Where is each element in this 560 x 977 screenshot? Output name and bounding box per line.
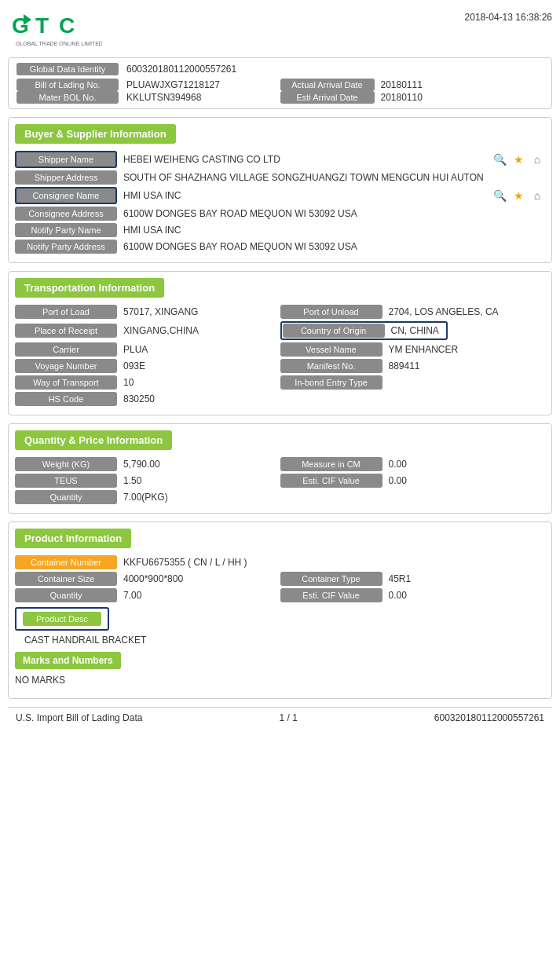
container-size-half: Container Size 4000*900*800	[15, 572, 280, 586]
shipper-address-value: SOUTH OF SHAZHANG VILLAGE SONGZHUANGZI T…	[123, 172, 545, 183]
shipper-name-label: Shipper Name	[15, 151, 117, 168]
hs-code-label: HS Code	[15, 392, 117, 406]
country-of-origin-label: Country of Origin	[283, 324, 385, 338]
shipper-name-row: Shipper Name HEBEI WEIHENG CASTING CO LT…	[15, 151, 545, 168]
prod-quantity-value: 7.00	[123, 590, 280, 601]
mater-bol-value: KKLUTSN394968	[126, 92, 201, 103]
notify-party-name-row: Notify Party Name HMI USA INC	[15, 223, 545, 237]
vessel-name-value: YM ENHANCER	[389, 344, 546, 355]
global-data-value: 600320180112000557261	[126, 64, 236, 75]
port-row: Port of Load 57017, XINGANG Port of Unlo…	[15, 305, 545, 319]
esti-cif-value: 0.00	[389, 475, 546, 486]
header: G T C GLOBAL TRADE ONLINE LIMITED 2018-0…	[8, 8, 552, 51]
inbond-entry-label: In-bond Entry Type	[280, 375, 382, 390]
teus-cif-row: TEUS 1.50 Esti. CIF Value 0.00	[15, 474, 545, 488]
mater-bol-half: Mater BOL No. KKLUTSN394968	[16, 91, 280, 104]
port-of-unload-label: Port of Unload	[280, 305, 382, 319]
buyer-supplier-section: Buyer & Supplier Information Shipper Nam…	[8, 117, 552, 263]
marks-header-row: Marks and Numbers	[9, 649, 551, 672]
manifest-no-half: Manifest No. 889411	[280, 359, 546, 373]
marks-label: Marks and Numbers	[15, 652, 121, 669]
shipper-home-icon[interactable]: ⌂	[529, 152, 545, 167]
product-information-header: Product Information	[15, 529, 131, 548]
shipper-name-icons: 🔍 ★ ⌂	[492, 152, 545, 167]
consignee-home-icon[interactable]: ⌂	[529, 188, 545, 203]
place-of-receipt-half: Place of Receipt XINGANG,CHINA	[15, 321, 280, 340]
notify-party-address-row: Notify Party Address 6100W DONGES BAY RO…	[15, 240, 545, 254]
weight-half: Weight (KG) 5,790.00	[15, 457, 280, 471]
prod-esti-cif-value: 0.00	[389, 590, 546, 601]
voyage-number-value: 093E	[123, 360, 280, 371]
carrier-half: Carrier PLUA	[15, 342, 280, 357]
footer-page: 1 / 1	[279, 712, 297, 723]
place-of-receipt-value: XINGANG,CHINA	[123, 325, 280, 336]
way-of-transport-label: Way of Transport	[15, 375, 117, 390]
hs-code-row: HS Code 830250	[15, 392, 545, 406]
footer-left: U.S. Import Bill of Lading Data	[16, 712, 142, 723]
shipper-search-icon[interactable]: 🔍	[492, 152, 507, 167]
product-desc-value: CAST HANDRAIL BRACKET	[24, 635, 146, 646]
consignee-name-icons: 🔍 ★ ⌂	[492, 188, 545, 203]
container-type-value: 45R1	[389, 573, 546, 584]
buyer-supplier-header: Buyer & Supplier Information	[15, 124, 176, 144]
esti-cif-label: Esti. CIF Value	[280, 474, 382, 488]
receipt-origin-row: Place of Receipt XINGANG,CHINA Country o…	[15, 321, 545, 340]
consignee-address-row: Consignee Address 6100W DONGES BAY ROAD …	[15, 207, 545, 221]
shipper-address-row: Shipper Address SOUTH OF SHAZHANG VILLAG…	[15, 170, 545, 185]
svg-text:T: T	[35, 13, 49, 38]
measure-value: 0.00	[389, 459, 546, 470]
carrier-label: Carrier	[15, 342, 117, 357]
container-size-label: Container Size	[15, 572, 117, 586]
shipper-address-label: Shipper Address	[15, 170, 117, 185]
svg-text:GLOBAL TRADE ONLINE LIMITED: GLOBAL TRADE ONLINE LIMITED	[16, 41, 102, 46]
carrier-value: PLUA	[123, 344, 280, 355]
page: G T C GLOBAL TRADE ONLINE LIMITED 2018-0…	[0, 0, 560, 977]
consignee-address-label: Consignee Address	[15, 207, 117, 221]
container-type-half: Container Type 45R1	[280, 572, 546, 586]
country-of-origin-wrapper: Country of Origin CN, CHINA	[280, 321, 448, 340]
consignee-name-label: Consignee Name	[15, 187, 117, 204]
esti-arrival-value: 20180110	[381, 92, 423, 103]
quantity-price-header: Quantity & Price Information	[15, 430, 172, 450]
voyage-number-half: Voyage Number 093E	[15, 359, 280, 373]
consignee-search-icon[interactable]: 🔍	[492, 188, 507, 203]
teus-half: TEUS 1.50	[15, 474, 280, 488]
measure-half: Measure in CM 0.00	[280, 457, 546, 471]
actual-arrival-label: Actual Arrival Date	[280, 79, 375, 91]
carrier-vessel-row: Carrier PLUA Vessel Name YM ENHANCER	[15, 342, 545, 357]
product-desc-value-row: CAST HANDRAIL BRACKET	[24, 635, 545, 646]
svg-text:C: C	[59, 13, 75, 38]
prod-esti-cif-half: Esti. CIF Value 0.00	[280, 588, 546, 602]
product-desc-box: Product Desc	[15, 607, 109, 631]
transportation-section: Transportation Information Port of Load …	[8, 271, 552, 415]
container-size-value: 4000*900*800	[123, 573, 280, 584]
inbond-entry-half: In-bond Entry Type	[280, 375, 546, 390]
container-size-type-row: Container Size 4000*900*800 Container Ty…	[15, 572, 545, 586]
port-of-unload-value: 2704, LOS ANGELES, CA	[389, 306, 546, 317]
consignee-star-icon[interactable]: ★	[511, 188, 526, 203]
prod-quantity-label: Quantity	[15, 588, 117, 602]
consignee-name-row: Consignee Name HMI USA INC 🔍 ★ ⌂	[15, 187, 545, 204]
actual-arrival-value: 20180111	[381, 79, 423, 90]
footer-right: 600320180112000557261	[434, 712, 544, 723]
country-of-origin-value: CN, CHINA	[385, 325, 445, 336]
esti-arrival-half: Esti Arrival Date 20180110	[280, 91, 544, 104]
weight-label: Weight (KG)	[15, 457, 117, 471]
logo: G T C GLOBAL TRADE ONLINE LIMITED	[8, 8, 102, 51]
container-type-label: Container Type	[280, 572, 382, 586]
container-number-label: Container Number	[15, 555, 117, 569]
esti-cif-half: Esti. CIF Value 0.00	[280, 474, 546, 488]
transport-inbond-row: Way of Transport 10 In-bond Entry Type	[15, 375, 545, 390]
voyage-manifest-row: Voyage Number 093E Manifest No. 889411	[15, 359, 545, 373]
container-number-value: KKFU6675355 ( CN / L / HH )	[123, 557, 545, 568]
product-information-section: Product Information Container Number KKF…	[8, 521, 552, 699]
way-of-transport-half: Way of Transport 10	[15, 375, 280, 390]
port-of-load-label: Port of Load	[15, 305, 117, 319]
mater-bol-row: Mater BOL No. KKLUTSN394968 Esti Arrival…	[16, 91, 544, 104]
prod-quantity-cif-row: Quantity 7.00 Esti. CIF Value 0.00	[15, 588, 545, 602]
notify-party-name-label: Notify Party Name	[15, 223, 117, 237]
port-of-load-value: 57017, XINGANG	[123, 306, 280, 317]
actual-arrival-half: Actual Arrival Date 20180111	[280, 79, 544, 91]
quantity-row: Quantity 7.00(PKG)	[15, 490, 545, 504]
shipper-star-icon[interactable]: ★	[511, 152, 526, 167]
